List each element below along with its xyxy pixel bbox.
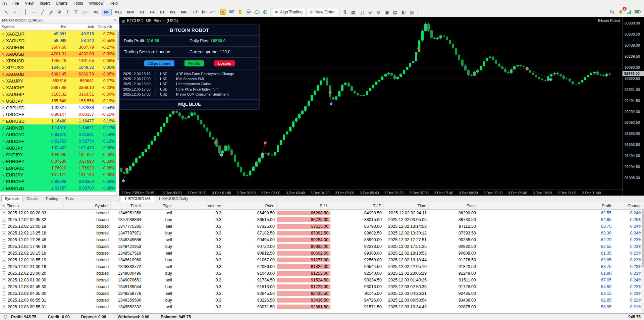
new-order-button[interactable]: ⊞New Order [307, 8, 338, 16]
market-watch-row[interactable]: ↘EURAUD1.769101.76923-0.08% [0, 165, 119, 171]
cursor-tool-button[interactable]: ↖ [3, 8, 10, 16]
history-col-1-symbol[interactable]: Symbol [64, 202, 111, 209]
column-symbol[interactable]: Symbol [0, 23, 41, 30]
price-axis[interactable]: 93888.0093688.5093489.0093289.5093090.00… [622, 17, 644, 196]
market-watch-row[interactable]: ↗EURNZD2.027672.027800.08% [0, 185, 119, 192]
pitchfork-tool-button[interactable]: Ψ [55, 8, 63, 16]
robot-profits-button[interactable]: Profits [184, 60, 204, 66]
grid-button[interactable]: ▣ [383, 8, 391, 16]
channel-tool-button[interactable]: ∥ [47, 8, 55, 16]
history-col-11-change[interactable]: Change [613, 202, 644, 209]
tile-windows-button[interactable]: ▦ [350, 8, 357, 16]
market-watch-row[interactable]: ↘XAUEUR3607.603607.79-0.27% [0, 44, 119, 51]
lock-icon[interactable] [236, 8, 244, 16]
history-col-9-price[interactable]: Price [429, 202, 478, 209]
market-watch-row[interactable]: ↘XPDUSD1455.191461.55-0.35% [0, 57, 119, 64]
text-tool-button[interactable]: T [72, 8, 80, 16]
chart-tab-btcusd-m5[interactable]: ❚BTCUSD,M5 [121, 196, 154, 202]
tab-ticks[interactable]: Ticks [62, 196, 77, 202]
timeframe-h4-button[interactable]: H4 [147, 9, 157, 15]
market-watch-row[interactable]: ↘XAUGBP3163.323163.51-0.60% [0, 91, 119, 98]
sort-button[interactable]: ⇅ [341, 8, 349, 16]
menu-item-insert[interactable]: Insert [37, 0, 53, 6]
market-watch-row[interactable]: ↗GBPUSD1.328271.328360.54% [0, 104, 119, 111]
robot-all-positions-button[interactable]: All positions [144, 60, 174, 66]
line-chart-type-button[interactable]: ▾ [209, 8, 216, 16]
timeframe-m15-button[interactable]: M15 [112, 9, 124, 15]
strategy-tester-button[interactable]: ▥ [408, 8, 416, 16]
trendline-tool-button[interactable]: ╱ [39, 8, 46, 16]
market-watch-row[interactable]: ↘CHFJPY194.065194.077-0.00% [0, 151, 119, 158]
timeframe-mn-button[interactable]: MN [178, 9, 189, 15]
market-watch-scrollbar[interactable] [116, 31, 119, 195]
candlestick-chart-type-button[interactable]: ▾ [200, 8, 208, 16]
market-watch-row[interactable]: ↗AUDJPY102.402102.4130.08% [0, 145, 119, 151]
history-row[interactable]: ▾2025.12.03 09:55:31btcusd1349552332sell… [0, 304, 644, 310]
menu-item-charts[interactable]: Charts [53, 0, 70, 6]
history-col-5-price[interactable]: Price [223, 202, 277, 209]
market-watch-row[interactable]: ↘XAUJPY653616653641-0.27% [0, 77, 119, 84]
tab-details[interactable]: Details [23, 196, 42, 202]
market-watch-row[interactable]: ↗XAGEUR49.88149.918-0.73% [0, 31, 119, 37]
history-col-8-time[interactable]: Time [384, 202, 429, 209]
history-row[interactable]: ▴2025.12.02 18:55:19btcusd1348610960buy0… [0, 257, 644, 263]
horizontal-line-tool-button[interactable]: ─ [30, 8, 38, 16]
history-row[interactable]: ▾2025.12.02 21:00:19btcusd1348833772sell… [0, 263, 644, 270]
history-scrollbar[interactable] [641, 210, 644, 313]
history-col-3-type[interactable]: Type [143, 202, 174, 209]
time-axis[interactable]: 2 Dec 20252 Dec 23:353 Dec 00:203 Dec 01… [119, 190, 622, 196]
chart-tab-xauusd-daily[interactable]: ❚XAUUSD,Daily [155, 196, 192, 202]
timeframe-h1-button[interactable]: H1 [137, 9, 147, 15]
search-icon[interactable] [608, 8, 616, 16]
tab-symbols[interactable]: Symbols [1, 196, 23, 202]
menu-item-window[interactable]: Window [86, 0, 107, 6]
market-watch-row[interactable]: ↗EURUSD1.164681.164770.19% [0, 118, 119, 124]
history-row[interactable]: ▴2025.12.02 02:35:32btcusd1347038864buy0… [0, 216, 644, 223]
market-watch-row[interactable]: ↘USDJPY155.548155.556-0.19% [0, 98, 119, 104]
history-col-4-volume[interactable]: Volume [174, 202, 223, 209]
bar-chart-type-button[interactable]: ▾ [192, 8, 200, 16]
history-row[interactable]: ▾2025.12.02 00:20:33btcusd1346951358sell… [0, 210, 644, 216]
crosshair-tool-button[interactable]: + [11, 8, 19, 16]
cascade-windows-button[interactable]: ◫ [358, 8, 366, 16]
market-watch-row[interactable]: ↘XAUUSD4201.914202.08-0.09% [0, 51, 119, 57]
market-watch-row[interactable]: ↗AUDNZD1.146101.146210.17% [0, 124, 119, 131]
history-row[interactable]: ▴2025.12.02 13:25:18btcusd1347797971buy0… [0, 230, 644, 236]
fibonacci-tool-button[interactable]: ƒ [64, 8, 71, 16]
tab-trading[interactable]: Trading [42, 196, 62, 202]
vertical-line-tool-button[interactable]: │ [22, 8, 30, 16]
timeframe-w1-button[interactable]: W1 [168, 9, 178, 15]
robot-losses-button[interactable]: Losses [214, 60, 235, 66]
market-watch-row[interactable]: ↘EURGBP0.876800.87690-0.33% [0, 158, 119, 165]
history-col-10-profit[interactable]: Profit [478, 202, 613, 209]
notifications-bell-icon[interactable]: 1 [617, 8, 625, 16]
market-watch-row[interactable]: ↘XAUAUD6382.456382.78-0.35% [0, 71, 119, 77]
shapes-tool-button[interactable]: ◇▾ [80, 8, 88, 16]
history-row[interactable]: ▾2025.12.03 01:30:30btcusd1349070651sell… [0, 277, 644, 283]
timeframe-d1-button[interactable]: D1 [158, 9, 167, 15]
column-bid[interactable]: Bid [41, 23, 68, 30]
history-row[interactable]: ▴2025.12.03 06:55:31btcusd1349359580buy0… [0, 297, 644, 304]
history-row[interactable]: ▾2025.12.02 17:26:48btcusd1348349686sell… [0, 236, 644, 243]
column-ask[interactable]: Ask [68, 23, 96, 30]
market-watch-row[interactable]: ↗XAGUSD58.09958.140-0.55% [0, 37, 119, 44]
zoom-out-button[interactable]: ⊖ [375, 8, 382, 16]
zoom-in-button[interactable]: ⊕ [366, 8, 374, 16]
currency-indicator-button[interactable]: $ [219, 8, 227, 16]
timeframe-m1-button[interactable]: M1 [91, 9, 101, 15]
history-row[interactable]: ▴2025.12.03 02:45:30btcusd1349139044buy0… [0, 283, 644, 290]
market-watch-header[interactable]: Symbol Bid Ask Daily Ch... [0, 23, 119, 31]
algo-trading-button[interactable]: ▶Algo Trading [272, 8, 306, 16]
menu-item-tools[interactable]: Tools [71, 0, 86, 6]
history-col-2-ticket[interactable]: Ticket [111, 202, 143, 209]
market-watch-row[interactable]: ↘XAUCHF3367.883368.10-0.23% [0, 84, 119, 91]
history-row[interactable]: ▴2025.12.02 23:00:20btcusd1349000496buy0… [0, 270, 644, 277]
metaeditor-ide-button[interactable]: IDE [228, 8, 235, 16]
market-watch-row[interactable]: ↘USDCHF0.801470.80157-0.15% [0, 111, 119, 118]
market-watch-row[interactable]: ↘EURJPY181.171181.183-0.00% [0, 171, 119, 178]
menu-item-help[interactable]: Help [106, 0, 121, 6]
history-row[interactable]: ▾2025.12.02 13:05:18btcusd1347775385sell… [0, 223, 644, 230]
history-col-0-time[interactable]: ✕Time▲ [0, 202, 64, 209]
history-row[interactable]: ▾2025.12.02 18:15:19btcusd1348517519sell… [0, 250, 644, 257]
data-window-button[interactable]: ▤ [391, 8, 399, 16]
